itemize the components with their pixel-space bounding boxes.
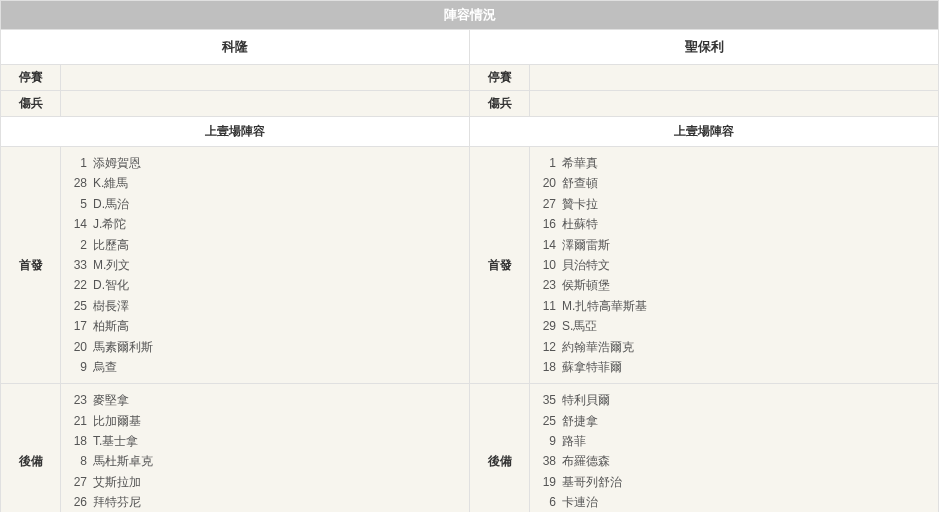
- player-name: 樹長澤: [91, 296, 129, 316]
- player-number: 19: [538, 472, 560, 492]
- player-number: 1: [538, 153, 560, 173]
- suspended-value-right: [530, 65, 939, 91]
- player-name: 麥堅拿: [91, 390, 129, 410]
- player-row: 9路菲: [538, 431, 930, 451]
- player-number: 28: [69, 173, 91, 193]
- player-name: 添姆賀恩: [91, 153, 141, 173]
- player-name: M.列文: [91, 255, 130, 275]
- player-number: 18: [538, 357, 560, 377]
- player-number: 17: [69, 316, 91, 336]
- last-lineup-header-left: 上壹場陣容: [1, 117, 470, 147]
- player-row: 25樹長澤: [69, 296, 461, 316]
- player-row: 20舒查頓: [538, 173, 930, 193]
- player-name: 希華真: [560, 153, 598, 173]
- lineup-table: 陣容情況 科隆 聖保利 停賽 停賽 傷兵 傷兵 上壹場陣容 上壹場陣容 首發 1…: [0, 0, 939, 512]
- player-row: 18蘇拿特菲爾: [538, 357, 930, 377]
- player-number: 21: [69, 411, 91, 431]
- player-name: 拜特芬尼: [91, 492, 141, 512]
- injured-label-right: 傷兵: [470, 91, 530, 117]
- player-row: 27贊卡拉: [538, 194, 930, 214]
- suspended-label-right: 停賽: [470, 65, 530, 91]
- player-row: 23侯斯頓堡: [538, 275, 930, 295]
- player-number: 20: [69, 337, 91, 357]
- player-name: 烏查: [91, 357, 117, 377]
- player-number: 33: [69, 255, 91, 275]
- player-name: D.馬治: [91, 194, 129, 214]
- player-number: 1: [69, 153, 91, 173]
- starters-right: 1希華真20舒查頓27贊卡拉16杜蘇特14澤爾雷斯10貝治特文23侯斯頓堡11M…: [530, 147, 939, 384]
- player-number: 5: [69, 194, 91, 214]
- player-row: 9烏查: [69, 357, 461, 377]
- subs-right: 35特利貝爾25舒捷拿9路菲38布羅德森19基哥列舒治6卡連治22巴迪爾斯: [530, 384, 939, 512]
- suspended-label-left: 停賽: [1, 65, 61, 91]
- player-row: 38布羅德森: [538, 451, 930, 471]
- player-name: 約翰華浩爾克: [560, 337, 634, 357]
- player-name: 馬素爾利斯: [91, 337, 153, 357]
- player-row: 8馬杜斯卓克: [69, 451, 461, 471]
- player-number: 22: [69, 275, 91, 295]
- player-number: 9: [538, 431, 560, 451]
- player-number: 27: [69, 472, 91, 492]
- player-name: J.希陀: [91, 214, 126, 234]
- player-row: 1添姆賀恩: [69, 153, 461, 173]
- player-name: 澤爾雷斯: [560, 235, 610, 255]
- player-name: 比歷高: [91, 235, 129, 255]
- player-name: D.智化: [91, 275, 129, 295]
- player-row: 2比歷高: [69, 235, 461, 255]
- injured-label-left: 傷兵: [1, 91, 61, 117]
- player-number: 10: [538, 255, 560, 275]
- player-name: 比加爾基: [91, 411, 141, 431]
- subs-label-right: 後備: [470, 384, 530, 512]
- player-name: M.扎特高華斯基: [560, 296, 647, 316]
- player-row: 27艾斯拉加: [69, 472, 461, 492]
- player-number: 20: [538, 173, 560, 193]
- player-name: S.馬亞: [560, 316, 597, 336]
- player-number: 2: [69, 235, 91, 255]
- player-number: 25: [69, 296, 91, 316]
- player-name: 舒捷拿: [560, 411, 598, 431]
- player-number: 26: [69, 492, 91, 512]
- player-number: 16: [538, 214, 560, 234]
- player-name: 路菲: [560, 431, 586, 451]
- player-number: 25: [538, 411, 560, 431]
- player-number: 14: [69, 214, 91, 234]
- starters-label-left: 首發: [1, 147, 61, 384]
- table-title: 陣容情況: [1, 1, 939, 30]
- player-number: 35: [538, 390, 560, 410]
- player-number: 11: [538, 296, 560, 316]
- player-row: 16杜蘇特: [538, 214, 930, 234]
- last-lineup-header-right: 上壹場陣容: [470, 117, 939, 147]
- player-name: T.基士拿: [91, 431, 138, 451]
- team-name-left: 科隆: [1, 30, 470, 65]
- player-name: 基哥列舒治: [560, 472, 622, 492]
- player-number: 29: [538, 316, 560, 336]
- player-number: 23: [69, 390, 91, 410]
- player-row: 20馬素爾利斯: [69, 337, 461, 357]
- starters-left: 1添姆賀恩28K.維馬5D.馬治14J.希陀2比歷高33M.列文22D.智化25…: [61, 147, 470, 384]
- player-row: 14J.希陀: [69, 214, 461, 234]
- player-row: 25舒捷拿: [538, 411, 930, 431]
- player-number: 8: [69, 451, 91, 471]
- player-row: 11M.扎特高華斯基: [538, 296, 930, 316]
- player-row: 10貝治特文: [538, 255, 930, 275]
- player-row: 35特利貝爾: [538, 390, 930, 410]
- player-number: 12: [538, 337, 560, 357]
- player-row: 33M.列文: [69, 255, 461, 275]
- player-name: 布羅德森: [560, 451, 610, 471]
- player-name: 貝治特文: [560, 255, 610, 275]
- player-row: 23麥堅拿: [69, 390, 461, 410]
- player-number: 6: [538, 492, 560, 512]
- player-row: 29S.馬亞: [538, 316, 930, 336]
- player-row: 18T.基士拿: [69, 431, 461, 451]
- player-name: 卡連治: [560, 492, 598, 512]
- player-number: 14: [538, 235, 560, 255]
- player-row: 21比加爾基: [69, 411, 461, 431]
- player-name: 贊卡拉: [560, 194, 598, 214]
- player-row: 12約翰華浩爾克: [538, 337, 930, 357]
- player-number: 38: [538, 451, 560, 471]
- player-name: 蘇拿特菲爾: [560, 357, 622, 377]
- team-name-right: 聖保利: [470, 30, 939, 65]
- suspended-value-left: [61, 65, 470, 91]
- player-row: 5D.馬治: [69, 194, 461, 214]
- player-name: 杜蘇特: [560, 214, 598, 234]
